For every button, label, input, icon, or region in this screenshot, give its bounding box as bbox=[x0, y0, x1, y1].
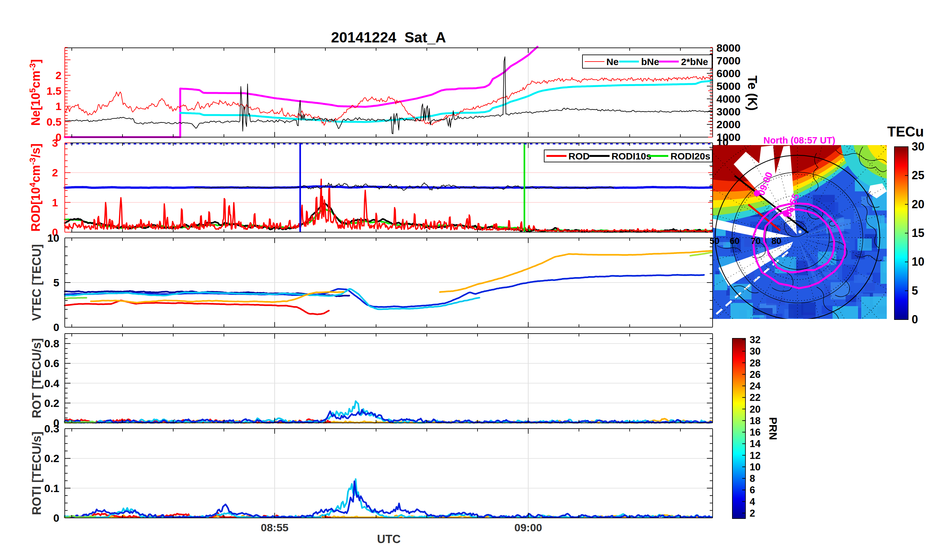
svg-text:5000: 5000 bbox=[716, 80, 741, 92]
svg-text:6000: 6000 bbox=[716, 67, 741, 79]
svg-text:20: 20 bbox=[750, 404, 760, 415]
svg-text:20141224 Sat_A: 20141224 Sat_A bbox=[331, 29, 446, 45]
svg-text:North (08:57 UT): North (08:57 UT) bbox=[763, 135, 835, 145]
svg-text:0: 0 bbox=[53, 321, 59, 333]
svg-text:8: 8 bbox=[750, 473, 755, 484]
svg-text:ROD[104cm-3/s]: ROD[104cm-3/s] bbox=[28, 144, 42, 232]
svg-text:10: 10 bbox=[750, 462, 760, 473]
svg-text:0.3: 0.3 bbox=[44, 422, 59, 435]
svg-text:Ne: Ne bbox=[607, 56, 619, 67]
svg-text:28: 28 bbox=[750, 357, 760, 369]
svg-text:0.6: 0.6 bbox=[44, 357, 59, 369]
svg-text:2000: 2000 bbox=[716, 118, 741, 130]
svg-text:2: 2 bbox=[750, 508, 755, 519]
svg-text:0.5: 0.5 bbox=[47, 116, 62, 128]
svg-text:UTC: UTC bbox=[377, 533, 401, 546]
svg-text:09:00: 09:00 bbox=[514, 521, 542, 534]
svg-text:Te (K): Te (K) bbox=[746, 76, 760, 110]
svg-text:8000: 8000 bbox=[716, 42, 741, 54]
svg-text:12: 12 bbox=[750, 450, 760, 461]
svg-text:3: 3 bbox=[52, 137, 58, 149]
svg-text:2: 2 bbox=[52, 166, 58, 179]
svg-text:0: 0 bbox=[53, 512, 59, 524]
svg-text:18: 18 bbox=[750, 415, 760, 426]
svg-text:2: 2 bbox=[56, 69, 62, 81]
svg-text:1: 1 bbox=[52, 197, 58, 209]
svg-text:6: 6 bbox=[750, 484, 755, 496]
svg-text:RODI10s: RODI10s bbox=[611, 151, 651, 161]
svg-text:RODI20s: RODI20s bbox=[670, 151, 710, 161]
svg-text:70: 70 bbox=[750, 236, 760, 246]
svg-text:26: 26 bbox=[750, 369, 760, 380]
svg-text:3000: 3000 bbox=[716, 106, 741, 118]
svg-text:1: 1 bbox=[56, 100, 62, 112]
svg-text:VTEC [TECU]: VTEC [TECU] bbox=[30, 244, 43, 321]
svg-text:0.2: 0.2 bbox=[44, 397, 59, 409]
svg-text:5: 5 bbox=[912, 284, 918, 297]
svg-text:10: 10 bbox=[912, 255, 924, 268]
svg-text:0.2: 0.2 bbox=[44, 452, 59, 464]
svg-text:PRN: PRN bbox=[767, 417, 779, 440]
svg-text:15: 15 bbox=[912, 226, 924, 239]
svg-text:0: 0 bbox=[912, 313, 918, 326]
svg-text:0.8: 0.8 bbox=[44, 338, 59, 350]
svg-text:30: 30 bbox=[912, 140, 924, 153]
svg-text:7000: 7000 bbox=[716, 54, 741, 67]
svg-text:22: 22 bbox=[750, 392, 760, 403]
svg-text:20: 20 bbox=[912, 198, 924, 211]
svg-text:32: 32 bbox=[750, 334, 760, 345]
svg-text:10: 10 bbox=[47, 232, 59, 244]
svg-text:4: 4 bbox=[750, 496, 755, 507]
svg-text:0.4: 0.4 bbox=[44, 377, 59, 389]
svg-text:4000: 4000 bbox=[716, 93, 741, 105]
svg-text:14: 14 bbox=[750, 438, 761, 450]
svg-text:TECu: TECu bbox=[887, 124, 924, 139]
svg-text:60: 60 bbox=[729, 236, 739, 246]
svg-text:30: 30 bbox=[750, 346, 760, 357]
svg-text:0.1: 0.1 bbox=[44, 482, 59, 494]
svg-text:25: 25 bbox=[912, 169, 924, 182]
svg-text:80: 80 bbox=[771, 236, 781, 246]
svg-text:ROTI [TECU/s]: ROTI [TECU/s] bbox=[30, 431, 43, 515]
svg-text:ROT [TECU/s]: ROT [TECU/s] bbox=[30, 338, 43, 418]
svg-text:ROD: ROD bbox=[569, 151, 590, 161]
svg-text:bNe: bNe bbox=[641, 56, 659, 67]
svg-text:24: 24 bbox=[750, 380, 761, 392]
svg-text:08:55: 08:55 bbox=[261, 521, 289, 534]
svg-text:2*bNe: 2*bNe bbox=[681, 56, 708, 67]
svg-text:16: 16 bbox=[750, 427, 760, 438]
svg-text:5: 5 bbox=[53, 277, 59, 289]
svg-text:1.5: 1.5 bbox=[47, 85, 62, 97]
svg-text:50: 50 bbox=[710, 236, 719, 246]
